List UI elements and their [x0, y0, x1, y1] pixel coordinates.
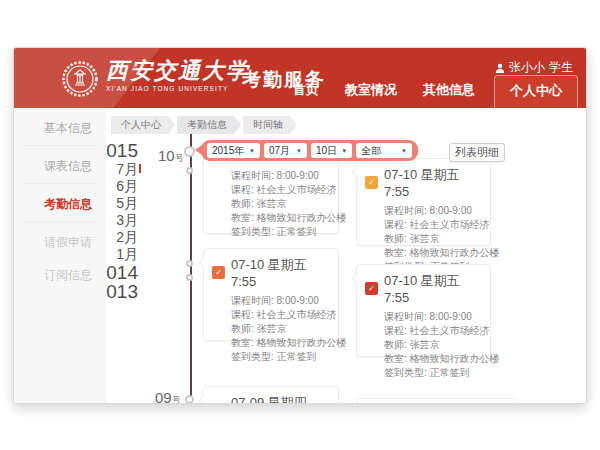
month-select[interactable]: 07月 ▼ — [264, 143, 307, 158]
type-select[interactable]: 全部 ▼ — [356, 143, 412, 158]
card-field: 教室: 格物致知行政办公楼 — [204, 211, 338, 225]
card-field: 教室: 格物致知行政办公楼 — [204, 336, 338, 350]
breadcrumb-personal-center[interactable]: 个人中心 — [111, 116, 175, 134]
day-label-09: 09号 — [155, 389, 181, 404]
breadcrumb: 个人中心 考勤信息 时间轴 — [111, 116, 297, 134]
timeline-node[interactable] — [186, 167, 193, 174]
attendance-card[interactable]: ✓ 07-09 星期四 7:55 — [203, 386, 339, 404]
breadcrumb-timeline[interactable]: 时间轴 — [243, 116, 297, 134]
app-window: 西安交通大学 XI'AN JIAO TONG UNIVERSITY 考勤服务 张… — [13, 47, 587, 404]
card-field: 签到类型: 正常签到 — [204, 225, 338, 239]
nav-tab-personal-center[interactable]: 个人中心 — [494, 75, 578, 108]
card-field: 课程: 社会主义市场经济 — [204, 183, 338, 197]
card-field: 教师: 张芸京 — [204, 197, 338, 211]
attendance-card[interactable]: ✓ 07-10 星期五 7:55 课程时间: 8:00-9:00 课程: 社会主… — [356, 158, 491, 246]
attendance-card[interactable]: ✓ 07-10 星期五 7:55 课程时间: 8:00-9:00 课程: 社会主… — [203, 248, 339, 341]
user-name: 张小小 — [509, 59, 545, 76]
university-name-en: XI'AN JIAO TONG UNIVERSITY — [106, 85, 250, 92]
current-month-marker — [139, 164, 141, 173]
card-date: 07-10 星期五 7:55 — [384, 272, 482, 305]
day-label-10: 10号 — [158, 147, 184, 165]
attendance-status-icon: ✓ — [212, 266, 225, 279]
card-header: ✓ 07-10 星期五 7:55 — [204, 249, 338, 291]
card-date: 07-09 星期四 7:55 — [231, 394, 330, 404]
user-role: 学生 — [549, 59, 573, 76]
timeline-axis — [190, 134, 192, 403]
card-field: 课程: 社会主义市场经济 — [357, 324, 490, 338]
card-field: 课程时间: 8:00-9:00 — [204, 294, 338, 308]
timeline-node[interactable] — [186, 260, 193, 267]
card-field: 教室: 格物致知行政办公楼 — [357, 246, 490, 260]
card-field: 课程: 社会主义市场经济 — [204, 308, 338, 322]
day-select[interactable]: 10日 ▼ — [311, 143, 352, 158]
card-field: 教室: 格物致知行政办公楼 — [357, 352, 490, 366]
card-header: ✓ 07-09 星期四 7:55 — [204, 387, 338, 404]
sidebar-divider — [22, 183, 98, 184]
sidebar-divider — [22, 145, 98, 146]
screenshot-canvas: 西安交通大学 XI'AN JIAO TONG UNIVERSITY 考勤服务 张… — [0, 0, 600, 450]
card-field: 教师: 张芸京 — [357, 338, 490, 352]
attendance-card[interactable]: ✓ 07-10 星期五 7:55 课程时间: 8:00-9:00 课程: 社会主… — [356, 264, 491, 357]
nav-item-home[interactable]: 首页 — [280, 81, 332, 108]
sidebar: 基本信息 课表信息 考勤信息 请假申请 订阅信息 — [14, 108, 106, 403]
card-header: ✓ 07-10 星期五 7:55 — [357, 159, 490, 201]
sidebar-item-leave-request[interactable]: 请假申请 — [14, 230, 106, 255]
sidebar-divider — [22, 221, 98, 222]
sidebar-item-subscription-info[interactable]: 订阅信息 — [14, 263, 106, 288]
list-detail-button[interactable]: 列表明细 — [449, 143, 505, 162]
university-name-block: 西安交通大学 XI'AN JIAO TONG UNIVERSITY — [106, 58, 250, 92]
card-date: 07-10 星期五 7:55 — [384, 166, 482, 199]
card-header: ✓ 07-10 星期五 7:55 — [357, 265, 490, 307]
main-nav: 首页 教室情况 其他信息 个人中心 — [280, 75, 578, 108]
timeline-node[interactable] — [186, 274, 193, 281]
breadcrumb-attendance-info[interactable]: 考勤信息 — [177, 116, 241, 134]
sidebar-item-basic-info[interactable]: 基本信息 — [14, 116, 106, 141]
sidebar-item-timetable-info[interactable]: 课表信息 — [14, 154, 106, 179]
card-field: 课程时间: 8:00-9:00 — [357, 204, 490, 218]
attendance-status-icon: ✓ — [365, 176, 378, 189]
card-field: 课程时间: 8:00-9:00 — [204, 169, 338, 183]
user-icon — [495, 63, 505, 73]
year-select[interactable]: 2015年 ▼ — [207, 143, 260, 158]
user-info[interactable]: 张小小 学生 — [495, 59, 573, 76]
university-logo-icon — [62, 61, 98, 97]
timeline-node[interactable] — [184, 146, 195, 157]
card-field: 教师: 张芸京 — [357, 232, 490, 246]
chevron-down-icon: ▼ — [401, 148, 407, 154]
attendance-status-icon: ✓ — [365, 282, 378, 295]
card-field: 课程时间: 8:00-9:00 — [357, 310, 490, 324]
timeline-node[interactable] — [185, 395, 194, 404]
card-field: 教师: 张芸京 — [204, 322, 338, 336]
card-field: 签到类型: 正常签到 — [357, 366, 490, 380]
chevron-down-icon: ▼ — [249, 148, 255, 154]
card-field: 课程: 社会主义市场经济 — [357, 218, 490, 232]
chevron-down-icon: ▼ — [341, 148, 347, 154]
sidebar-item-attendance-info[interactable]: 考勤信息 — [14, 192, 106, 217]
app-header: 西安交通大学 XI'AN JIAO TONG UNIVERSITY 考勤服务 张… — [14, 48, 586, 108]
nav-item-classrooms[interactable]: 教室情况 — [332, 81, 410, 108]
card-field: 签到类型: 正常签到 — [204, 350, 338, 364]
card-date: 07-10 星期五 7:55 — [231, 256, 330, 289]
filter-bar: 2015年 ▼ 07月 ▼ 10日 ▼ 全部 ▼ — [201, 140, 418, 161]
university-name-cn: 西安交通大学 — [106, 58, 250, 84]
nav-item-other-info[interactable]: 其他信息 — [410, 81, 488, 108]
chevron-down-icon: ▼ — [296, 148, 302, 154]
attendance-card-partial[interactable] — [356, 398, 516, 404]
